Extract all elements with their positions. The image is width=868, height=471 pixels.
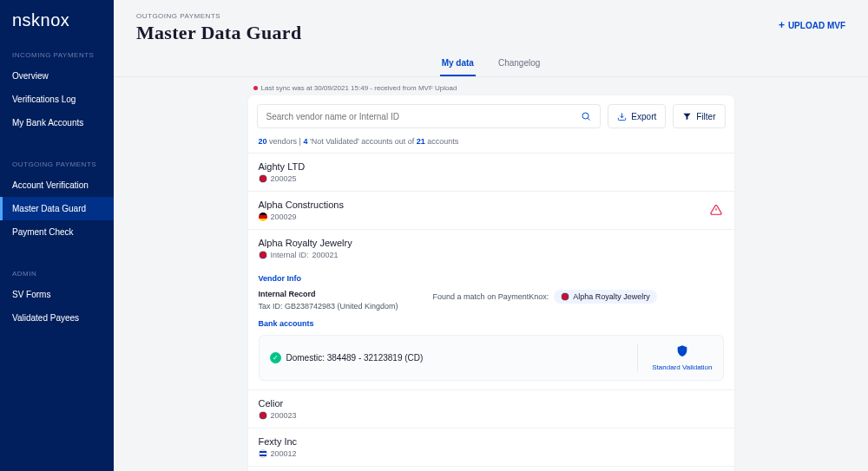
nav-section-admin: ADMIN — [0, 265, 114, 283]
validation-label: Standard Validation — [652, 363, 712, 371]
upload-mvf-label: UPLOAD MVF — [788, 21, 845, 30]
page-title: Master Data Guard — [136, 22, 301, 44]
vendor-id: 200012 — [271, 449, 297, 458]
internal-record-label: Internal Record — [259, 290, 398, 298]
match-label: Found a match on PaymentKnox: — [433, 292, 549, 301]
vendor-id-prefix: Internal ID: — [271, 251, 309, 259]
filter-icon — [682, 112, 692, 121]
sidebar: nsknox INCOMING PAYMENTS Overview Verifi… — [0, 0, 114, 471]
flag-uk-icon — [561, 292, 569, 301]
bank-line: Domestic: 384489 - 32123819 (CD) — [286, 353, 424, 363]
tab-changelog[interactable]: Changelog — [496, 53, 542, 76]
vendor-row[interactable]: Alpha Constructions 200029 — [248, 191, 734, 229]
plus-icon: + — [779, 19, 785, 31]
match-chip[interactable]: Alpha Royalty Jewelry — [554, 290, 657, 304]
vendor-row[interactable]: Aighty LTD 200025 — [248, 153, 734, 191]
sync-dot-icon — [253, 86, 258, 90]
nav-item-sv-forms[interactable]: SV Forms — [0, 283, 114, 306]
detail-heading-bank: Bank accounts — [259, 319, 724, 328]
logo: nsknox — [0, 10, 114, 46]
svg-point-0 — [582, 113, 589, 119]
bank-accounts-section: Bank accounts ✓ Domestic: 384489 - 32123… — [248, 319, 734, 389]
search-input[interactable] — [266, 112, 582, 121]
topbar: OUTGOING PAYMENTS Master Data Guard + UP… — [114, 0, 868, 44]
nav-item-account-verification[interactable]: Account Verification — [0, 173, 114, 197]
nav-section-outgoing: OUTGOING PAYMENTS — [0, 155, 114, 173]
filter-button[interactable]: Filter — [673, 104, 725, 128]
nav-item-validated-payees[interactable]: Validated Payees — [0, 306, 114, 330]
vendor-id: 200029 — [271, 213, 297, 221]
vendor-name: Alpha Royalty Jewelry — [259, 238, 724, 248]
nav-item-overview[interactable]: Overview — [0, 64, 114, 88]
tab-mydata[interactable]: My data — [440, 53, 476, 76]
tabs: My data Changelog — [114, 53, 868, 77]
vendor-id: 200023 — [271, 411, 297, 420]
nav-section-incoming: INCOMING PAYMENTS — [0, 46, 114, 64]
vendor-name: Alpha Constructions — [259, 200, 724, 210]
upload-mvf-button[interactable]: + UPLOAD MVF — [779, 19, 845, 31]
filter-label: Filter — [696, 112, 715, 121]
vendor-row[interactable]: Forolv — [248, 466, 734, 471]
nav-item-verifications-log[interactable]: Verifications Log — [0, 88, 114, 111]
flag-uk-icon — [259, 411, 267, 420]
vendor-name: Fexty Inc — [259, 436, 724, 447]
vendor-row-expanded[interactable]: Alpha Royalty Jewelry Internal ID: 20002… — [248, 229, 734, 267]
vendor-row[interactable]: Fexty Inc 200012 — [248, 428, 734, 466]
vendor-row[interactable]: Celior 200023 — [248, 389, 734, 428]
svg-line-1 — [589, 118, 590, 120]
warning-icon — [710, 204, 722, 219]
vendor-name: Aighty LTD — [259, 161, 724, 172]
flag-uk-icon — [259, 251, 267, 259]
breadcrumb: OUTGOING PAYMENTS — [136, 12, 301, 20]
main-card: Export Filter 20 vendors | 4 'Not Valida… — [248, 95, 734, 471]
vendor-name: Celior — [259, 398, 724, 409]
check-circle-icon: ✓ — [270, 352, 281, 363]
vendor-detail: Vendor Info Internal Record Tax ID: GB23… — [248, 267, 734, 319]
nav-item-master-data-guard[interactable]: Master Data Guard — [0, 197, 114, 220]
main: OUTGOING PAYMENTS Master Data Guard + UP… — [114, 0, 868, 471]
bank-account-card[interactable]: ✓ Domestic: 384489 - 32123819 (CD) Stand… — [259, 335, 724, 381]
search-box[interactable] — [257, 104, 602, 128]
tax-id-value: Tax ID: GB238742983 (United Kingdom) — [259, 302, 398, 311]
flag-de-icon — [259, 213, 267, 221]
nav-item-my-bank-accounts[interactable]: My Bank Accounts — [0, 111, 114, 134]
search-icon — [581, 111, 591, 121]
flag-il-icon — [259, 449, 267, 458]
summary-line: 20 vendors | 4 'Not Validated' accounts … — [248, 137, 734, 153]
export-button[interactable]: Export — [608, 104, 666, 128]
shield-icon — [675, 344, 689, 358]
match-value: Alpha Royalty Jewelry — [573, 292, 650, 301]
validation-badge[interactable]: Standard Validation — [637, 344, 712, 371]
download-icon — [617, 112, 627, 121]
vendor-id: 200025 — [271, 174, 297, 183]
export-label: Export — [631, 112, 656, 121]
nav-item-payment-check[interactable]: Payment Check — [0, 220, 114, 244]
vendor-id: 200021 — [312, 251, 339, 259]
flag-uk-icon — [259, 174, 267, 183]
detail-heading-vendor-info: Vendor Info — [259, 274, 724, 283]
sync-status: Last sync was at 30/09/2021 15:49 - rece… — [253, 84, 734, 92]
